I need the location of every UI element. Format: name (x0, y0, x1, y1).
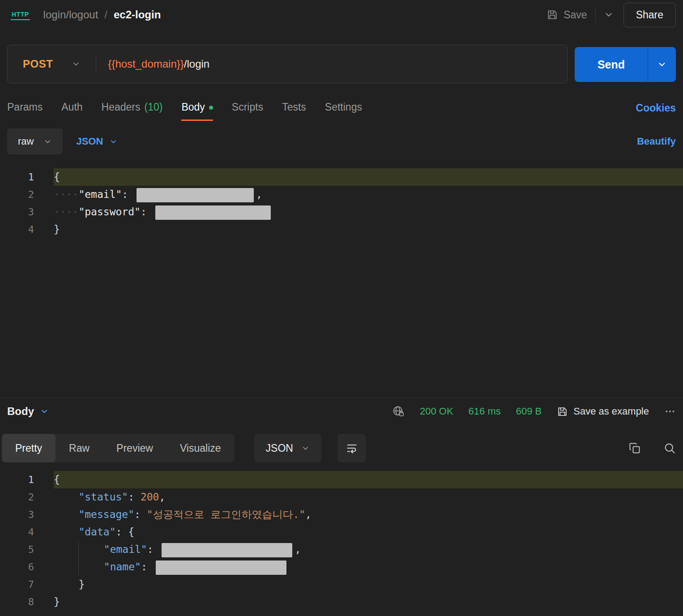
code-token: : (128, 491, 141, 503)
method-dropdown[interactable]: POST (8, 58, 96, 70)
tab-label: Params (7, 101, 43, 113)
code-token: , (159, 491, 165, 503)
response-toolbar: Pretty Raw Preview Visualize JSON (2, 433, 676, 463)
chevron-down-icon (72, 60, 81, 68)
copy-icon[interactable] (628, 442, 641, 454)
body-format-dropdown[interactable]: raw (7, 128, 63, 154)
code-line-content: "message": "성공적으로 로그인하였습니다.", (54, 506, 683, 523)
body-modified-dot (209, 106, 213, 110)
code-token: : (122, 188, 134, 200)
url-path: /login (184, 58, 209, 70)
tab-scripts[interactable]: Scripts (232, 95, 263, 121)
code-token: ···· (54, 206, 78, 218)
network-info-icon[interactable] (392, 405, 405, 418)
request-title[interactable]: ec2-login (114, 9, 161, 21)
code-line-content: ····"password": (54, 203, 683, 221)
code-token: "email" (104, 543, 147, 555)
response-status: 200 OK (420, 406, 453, 417)
code-line: 8} (0, 593, 683, 611)
code-token: , (295, 543, 301, 555)
request-url-bar: POST {{host_domain}}/login (7, 45, 568, 83)
redacted-value (137, 188, 254, 202)
app-window: HTTP login/logout / ec2-login Save Share… (0, 0, 683, 616)
cookies-link[interactable]: Cookies (636, 102, 676, 114)
beautify-link[interactable]: Beautify (637, 136, 676, 147)
response-header: Body 200 OK 616 ms 609 B Save as example (7, 399, 676, 424)
code-line: 1{ (0, 471, 683, 488)
tab-settings[interactable]: Settings (325, 95, 362, 121)
code-token (54, 561, 78, 573)
divider (0, 398, 683, 398)
request-editor[interactable]: 1{2····"email": ,3····"password": 4} (0, 168, 683, 397)
code-token: { (54, 171, 60, 183)
save-as-example-button[interactable]: Save as example (557, 406, 649, 417)
code-line-content: } (54, 221, 683, 238)
tab-preview[interactable]: Preview (103, 434, 166, 462)
breadcrumb-separator: / (104, 9, 107, 21)
wrap-lines-button[interactable] (337, 434, 366, 462)
breadcrumb-collection[interactable]: login/logout (43, 9, 98, 21)
send-options-chevron[interactable] (648, 47, 676, 82)
code-token: "성공적으로 로그인하였습니다." (147, 509, 305, 520)
code-token: "password" (78, 206, 140, 218)
tab-headers[interactable]: Headers (10) (102, 95, 163, 121)
line-number: 6 (0, 558, 34, 576)
tab-visualize[interactable]: Visualize (166, 434, 235, 462)
code-token (54, 543, 78, 555)
tab-params[interactable]: Params (7, 95, 43, 121)
tab-raw[interactable]: Raw (55, 434, 103, 462)
send-button[interactable]: Send (575, 47, 648, 82)
response-view-tabs: Pretty Raw Preview Visualize (2, 434, 235, 462)
tab-pretty[interactable]: Pretty (2, 434, 55, 462)
code-line-content: "data": { (54, 523, 683, 541)
line-number: 4 (0, 523, 34, 541)
tab-auth[interactable]: Auth (61, 95, 82, 121)
url-variable: {{host_domain}} (108, 58, 184, 70)
code-line-content: { (54, 471, 683, 488)
code-line-content: "email": , (54, 541, 683, 558)
breadcrumb: login/logout / ec2-login (43, 9, 161, 21)
tab-body[interactable]: Body (181, 95, 213, 121)
code-token: } (54, 596, 60, 607)
tab-label: Pretty (15, 442, 42, 454)
body-language-dropdown[interactable]: JSON (76, 136, 118, 147)
line-number: 7 (0, 576, 34, 593)
chevron-down-icon (40, 407, 49, 416)
code-line: 2 "status": 200, (0, 488, 683, 506)
more-options-icon[interactable] (664, 406, 676, 417)
request-tabs: Params Auth Headers (10) Body Scripts Te… (7, 95, 676, 121)
code-line: 7 } (0, 576, 683, 593)
url-input[interactable]: {{host_domain}}/login (108, 58, 209, 70)
chevron-down-icon (109, 137, 118, 146)
code-token: { (54, 474, 60, 485)
response-editor[interactable]: 1{2 "status": 200,3 "message": "성공적으로 로그… (0, 471, 683, 616)
tab-tests[interactable]: Tests (282, 95, 306, 121)
send-split-button: Send (575, 47, 676, 82)
code-line: 1{ (0, 168, 683, 186)
line-number: 1 (0, 471, 34, 488)
redacted-value (155, 205, 271, 220)
tab-label: Tests (282, 101, 306, 113)
redacted-value (156, 560, 286, 575)
response-time: 616 ms (469, 406, 501, 417)
save-as-example-label: Save as example (573, 406, 649, 417)
code-token: : (141, 206, 153, 218)
code-token: "data" (78, 526, 115, 538)
code-token (54, 526, 78, 538)
save-options-chevron[interactable] (604, 10, 614, 20)
response-language-dropdown[interactable]: JSON (254, 434, 321, 462)
code-token: } (78, 578, 85, 590)
share-button[interactable]: Share (623, 3, 676, 27)
save-button[interactable]: Save (546, 9, 587, 21)
code-line-content: } (54, 576, 683, 593)
code-token (54, 509, 78, 520)
response-body-toggle[interactable]: Body (7, 405, 49, 418)
save-icon (546, 9, 558, 21)
tab-label: Raw (69, 442, 90, 454)
search-icon[interactable] (663, 442, 676, 454)
divider (595, 7, 596, 22)
line-number: 3 (0, 203, 34, 221)
save-icon (557, 406, 568, 417)
code-token (79, 561, 103, 573)
response-meta: 200 OK 616 ms 609 B Save as example (392, 405, 676, 418)
